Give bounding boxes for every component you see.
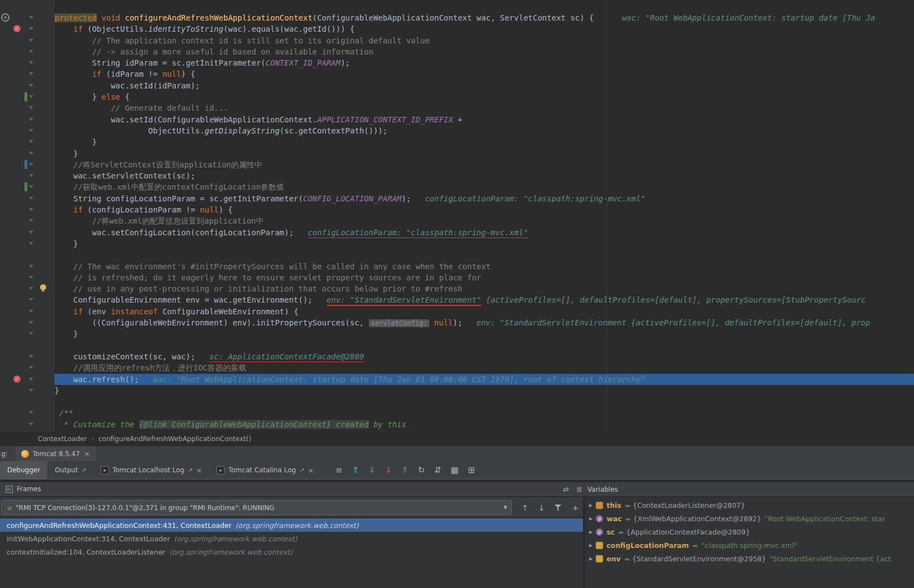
breakpoint-icon[interactable]: ✓ [13, 25, 21, 32]
code-line[interactable]: if (configLocationParam != null) { [0, 204, 914, 215]
code-line[interactable]: // -> assign a more useful id based on a… [0, 46, 914, 57]
fold-chevron-icon[interactable] [29, 118, 33, 121]
frame-row[interactable]: configureAndRefreshWebApplicationContext… [0, 518, 583, 532]
fold-chevron-icon[interactable] [29, 72, 33, 75]
code-line[interactable]: ✓ wac.refresh(); wac: "Root WebApplicati… [0, 374, 914, 385]
fold-chevron-icon[interactable] [29, 276, 33, 279]
fold-chevron-icon[interactable] [29, 50, 33, 53]
filter-frames-icon[interactable] [555, 504, 562, 511]
frame-row[interactable]: contextInitialized:104, ContextLoaderLis… [0, 545, 583, 559]
tab-debugger[interactable]: Debugger [0, 461, 47, 479]
code-line[interactable]: //获取web.xml中配置的contextConfigLocation参数值 [0, 181, 914, 192]
close-icon[interactable]: × [196, 467, 202, 474]
undeploy-icon[interactable]: ⇑ [401, 465, 408, 475]
fold-chevron-icon[interactable] [29, 163, 33, 166]
variable-row[interactable]: ▶this = {ContextLoaderListener@2807} [585, 498, 914, 512]
code-line[interactable]: // The application context id is still s… [0, 35, 914, 46]
code-line[interactable]: ✓ if (ObjectUtils.identityToString(wac).… [0, 23, 914, 34]
code-line[interactable]: /** [0, 407, 914, 418]
frame-row[interactable]: initWebApplicationContext:314, ContextLo… [0, 532, 583, 545]
code-line[interactable]: // Generate default id... [0, 102, 914, 113]
code-line[interactable]: wac.setConfigLocation(configLocationPara… [0, 227, 914, 238]
code-line[interactable]: if (env instanceof ConfigurableWebEnviro… [0, 306, 914, 317]
code-line[interactable]: if (idParam != null) { [0, 68, 914, 80]
expand-chevron-icon[interactable]: ▶ [589, 556, 592, 561]
code-line[interactable]: ((ConfigurableWebEnvironment) env).initP… [0, 317, 914, 328]
code-line[interactable]: String configLocationParam = sc.getInitP… [0, 193, 914, 204]
code-line[interactable]: * Customize the {@link ConfigurableWebAp… [0, 419, 914, 430]
fold-chevron-icon[interactable] [29, 61, 33, 64]
fold-chevron-icon[interactable] [29, 208, 33, 211]
rerun-icon[interactable]: ↻ [418, 465, 425, 475]
code-line[interactable] [0, 249, 914, 260]
code-line[interactable]: //将ServletContext设置到application的属性中 [0, 159, 914, 170]
code-line[interactable]: } [0, 385, 914, 396]
layout-grid-icon[interactable]: ▦ [451, 465, 458, 475]
sort-icon[interactable]: ⇵ [434, 465, 442, 475]
hot-swap-icon[interactable]: ⇓ [385, 465, 392, 475]
fold-chevron-icon[interactable] [29, 411, 33, 414]
fold-chevron-icon[interactable] [29, 355, 33, 358]
fold-chevron-icon[interactable] [29, 197, 33, 200]
tab-output[interactable]: Output ↗ [47, 461, 93, 479]
intention-bulb-icon[interactable] [40, 284, 46, 290]
code-line[interactable]: //将web.xml的配置信息设置到application中 [0, 215, 914, 226]
code-line[interactable]: } [0, 328, 914, 339]
code-line[interactable] [0, 340, 914, 351]
fold-chevron-icon[interactable] [29, 366, 33, 369]
fold-chevron-icon[interactable] [29, 265, 33, 268]
breadcrumb-method[interactable]: configureAndRefreshWebApplicationContext… [98, 435, 251, 443]
code-line[interactable]: ObjectUtils.getDisplayString(sc.getConte… [0, 125, 914, 136]
fold-chevron-icon[interactable] [29, 287, 33, 290]
previous-frame-icon[interactable]: ↑ [522, 503, 528, 512]
fold-chevron-icon[interactable] [29, 129, 33, 132]
code-line[interactable]: } else { [0, 91, 914, 102]
code-line[interactable]: // use in any post-processing or initial… [0, 283, 914, 294]
menu-icon[interactable]: ≡ [335, 465, 343, 475]
code-line[interactable]: } [0, 238, 914, 249]
restore-layout-icon[interactable]: ⇄ [563, 485, 569, 493]
code-line[interactable]: } [0, 148, 914, 159]
expand-chevron-icon[interactable]: ▶ [589, 503, 592, 508]
layout-settings-icon[interactable]: ⊞ [468, 465, 475, 475]
variables-menu-icon[interactable]: ≣ [576, 485, 582, 493]
fold-chevron-icon[interactable] [29, 140, 33, 143]
fold-chevron-icon[interactable] [29, 231, 33, 234]
code-line[interactable]: //调用应用的refresh方法，进行IOC容器的装载 [0, 362, 914, 373]
fold-chevron-icon[interactable] [29, 152, 33, 155]
code-line[interactable]: // is refreshed; do it eagerly here to e… [0, 272, 914, 283]
variable-row[interactable]: ▶psc = {ApplicationContextFacade@2809} [585, 525, 914, 538]
code-line[interactable]: protected void configureAndRefreshWebApp… [0, 12, 914, 23]
chevron-down-icon[interactable]: ▼ [503, 505, 507, 510]
fold-chevron-icon[interactable] [29, 389, 33, 392]
fold-chevron-icon[interactable] [29, 16, 33, 19]
tab-tomcat-localhost-log[interactable]: ▸ Tomcat Localhost Log ↗ × [93, 461, 209, 479]
fold-chevron-icon[interactable] [29, 185, 33, 188]
update-application-icon[interactable]: ⇑ [352, 465, 359, 475]
breadcrumb-class[interactable]: ContextLoader [38, 435, 87, 443]
fold-chevron-icon[interactable] [29, 310, 33, 313]
fold-chevron-icon[interactable] [29, 219, 33, 222]
fold-chevron-icon[interactable] [29, 242, 33, 245]
code-line[interactable]: // The wac environment's #initPropertySo… [0, 261, 914, 272]
fold-chevron-icon[interactable] [29, 332, 33, 335]
fold-chevron-icon[interactable] [29, 84, 33, 87]
fold-chevron-icon[interactable] [29, 321, 33, 324]
code-line[interactable]: String idParam = sc.getInitParameter(CON… [0, 57, 914, 68]
code-line[interactable]: } [0, 136, 914, 147]
fold-chevron-icon[interactable] [29, 95, 33, 98]
fold-chevron-icon[interactable] [29, 298, 33, 301]
code-line[interactable]: wac.setId(ConfigurableWebApplicationCont… [0, 114, 914, 125]
next-frame-icon[interactable]: ↓ [538, 503, 545, 512]
fold-chevron-icon[interactable] [29, 423, 33, 426]
code-line[interactable]: wac.setServletContext(sc); [0, 170, 914, 181]
code-line[interactable]: wac.setId(idParam); [0, 80, 914, 91]
variable-row[interactable]: ▶env = {StandardServletEnvironment@2958}… [585, 552, 914, 565]
expand-chevron-icon[interactable]: ▶ [589, 516, 592, 521]
breakpoint-icon[interactable]: ✓ [13, 375, 21, 383]
tab-tomcat-catalina-log[interactable]: ▸ Tomcat Catalina Log ↗ × [209, 461, 321, 479]
close-icon[interactable]: × [84, 450, 90, 457]
fold-chevron-icon[interactable] [29, 39, 33, 42]
fold-chevron-icon[interactable] [29, 378, 33, 381]
code-editor[interactable]: protected void configureAndRefreshWebApp… [0, 0, 914, 432]
